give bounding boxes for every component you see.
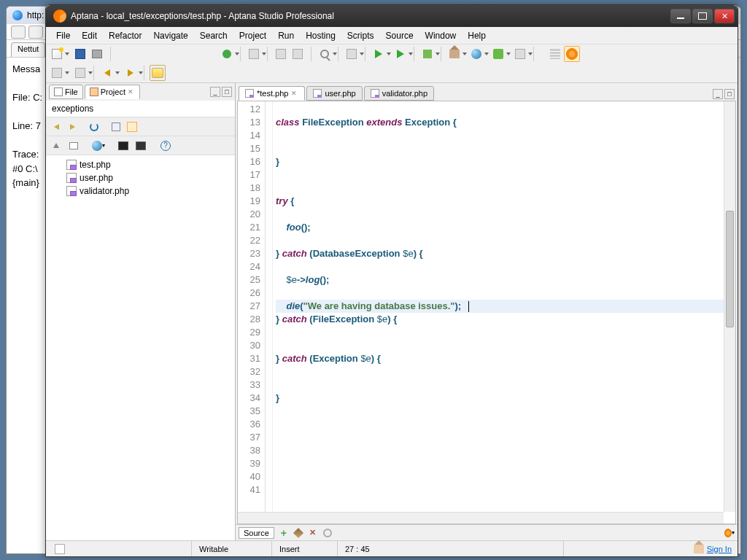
maximize-editor-button[interactable]: □ xyxy=(724,89,735,99)
ext-tools-button[interactable] xyxy=(419,46,436,62)
file-icon xyxy=(54,88,63,96)
highlight-button[interactable] xyxy=(150,65,166,81)
terminal-button[interactable] xyxy=(116,139,131,153)
nav-back-button[interactable] xyxy=(99,65,115,81)
close-button[interactable] xyxy=(714,9,735,23)
menu-help[interactable]: Help xyxy=(462,29,492,42)
save-button[interactable] xyxy=(72,46,88,62)
tree-item[interactable]: validator.php xyxy=(49,184,232,198)
browser-back-button[interactable] xyxy=(11,26,26,39)
fold-gutter[interactable] xyxy=(266,101,273,524)
help-button[interactable]: ? xyxy=(158,139,173,153)
sign-in-label: Sign In xyxy=(707,545,732,553)
nav-forward-button[interactable] xyxy=(65,120,80,134)
close-icon[interactable]: ✕ xyxy=(291,90,298,97)
code-area[interactable]: class FileException extends Exception {}… xyxy=(273,101,735,524)
menu-navigate[interactable]: Navigate xyxy=(147,29,193,42)
collapse-button[interactable] xyxy=(66,139,81,153)
link-editor-button[interactable] xyxy=(109,120,123,134)
shift-up-button[interactable] xyxy=(72,65,88,81)
snippet-button[interactable] xyxy=(344,46,360,62)
web-button[interactable] xyxy=(468,46,484,62)
para-button[interactable] xyxy=(290,46,306,62)
search-button[interactable] xyxy=(317,46,333,62)
project-toolbar xyxy=(46,117,235,136)
horizontal-scrollbar[interactable] xyxy=(238,512,724,524)
editor-tab-validator[interactable]: validator.php xyxy=(364,86,434,101)
maximize-button[interactable] xyxy=(692,9,713,23)
code-editor[interactable]: 1213141516171819202122232425262728293031… xyxy=(237,101,736,524)
perspective-grid-button[interactable] xyxy=(547,46,563,62)
browser-title: http: xyxy=(27,10,44,20)
new-button[interactable] xyxy=(49,46,65,62)
menu-project[interactable]: Project xyxy=(233,29,272,42)
task-button[interactable] xyxy=(273,46,289,62)
sync-button[interactable] xyxy=(322,528,333,538)
status-insert: Insert xyxy=(272,541,338,556)
menu-window[interactable]: Window xyxy=(419,29,462,42)
console-button[interactable] xyxy=(133,139,148,153)
menu-search[interactable]: Search xyxy=(194,29,233,42)
promote-button[interactable] xyxy=(512,46,528,62)
minimize-pane-button[interactable]: _ xyxy=(210,87,220,97)
run-ext-button[interactable] xyxy=(392,46,409,62)
play-icon xyxy=(397,50,404,58)
browser-forward-button[interactable] xyxy=(28,26,43,39)
close-icon[interactable]: ✕ xyxy=(128,88,135,96)
home-icon xyxy=(449,50,460,58)
tree-item[interactable]: test.php xyxy=(49,158,232,171)
minimize-editor-button[interactable]: _ xyxy=(713,89,723,99)
editor-tabs: *test.php✕ user.php validator.php _□ xyxy=(236,83,738,101)
perspective-aptana-button[interactable] xyxy=(564,46,580,62)
editor-tab-user[interactable]: user.php xyxy=(306,86,362,101)
add-button[interactable]: + xyxy=(279,528,289,538)
project-tab[interactable]: Project✕ xyxy=(85,85,140,99)
workarea: File Project✕ _□ exceptions ▾ xyxy=(46,83,738,540)
scrollbar-thumb[interactable] xyxy=(726,211,734,327)
open-type-button[interactable] xyxy=(246,46,262,62)
home-button[interactable] xyxy=(446,46,462,62)
home-icon xyxy=(694,545,704,553)
collapse-icon xyxy=(69,142,78,149)
nav-forward-button[interactable] xyxy=(123,65,139,81)
print-button[interactable] xyxy=(89,46,105,62)
menu-source[interactable]: Source xyxy=(380,29,419,42)
nav-back-button[interactable] xyxy=(49,120,63,134)
link-icon xyxy=(112,122,120,131)
php-file-icon xyxy=(371,89,379,98)
menu-file[interactable]: File xyxy=(50,29,76,42)
web-button[interactable]: ▾ xyxy=(91,139,106,153)
project-icon xyxy=(90,88,98,96)
source-tab-bar: Source + ✕ ▾ xyxy=(236,524,738,540)
run-button[interactable] xyxy=(371,46,387,62)
ide-titlebar[interactable]: Aptana - local_test/exceptions/test.php … xyxy=(46,5,738,27)
plugin-button[interactable] xyxy=(490,46,506,62)
menu-hosting[interactable]: Hosting xyxy=(300,29,341,42)
php-file-icon xyxy=(66,186,77,196)
settings-button[interactable]: ▾ xyxy=(724,528,735,538)
menu-edit[interactable]: Edit xyxy=(76,29,103,42)
file-tab[interactable]: File xyxy=(49,85,83,99)
menu-refactor[interactable]: Refactor xyxy=(103,29,147,42)
vertical-scrollbar[interactable] xyxy=(724,101,735,512)
shift-down-button[interactable] xyxy=(49,65,65,81)
terminal-icon xyxy=(118,141,128,150)
refresh-button[interactable] xyxy=(87,120,101,134)
minimize-button[interactable] xyxy=(670,9,691,23)
delete-button[interactable]: ✕ xyxy=(308,528,318,538)
maximize-pane-button[interactable]: □ xyxy=(222,87,232,97)
up-button[interactable] xyxy=(49,139,63,153)
source-tab[interactable]: Source xyxy=(239,527,274,539)
edit-button[interactable] xyxy=(293,528,303,538)
project-tree[interactable]: test.php user.php validator.php xyxy=(46,155,235,540)
menu-scripts[interactable]: Scripts xyxy=(341,29,380,42)
php-file-icon xyxy=(313,89,322,98)
tree-item[interactable]: user.php xyxy=(49,171,232,184)
toggle-button[interactable] xyxy=(125,120,139,134)
browser-tab[interactable]: Nettut xyxy=(11,42,45,57)
menu-run[interactable]: Run xyxy=(272,29,300,42)
editor-tab-test[interactable]: *test.php✕ xyxy=(239,86,305,101)
debug-button[interactable] xyxy=(219,46,235,62)
page-icon xyxy=(276,49,286,59)
sign-in-link[interactable]: Sign In xyxy=(688,545,738,553)
